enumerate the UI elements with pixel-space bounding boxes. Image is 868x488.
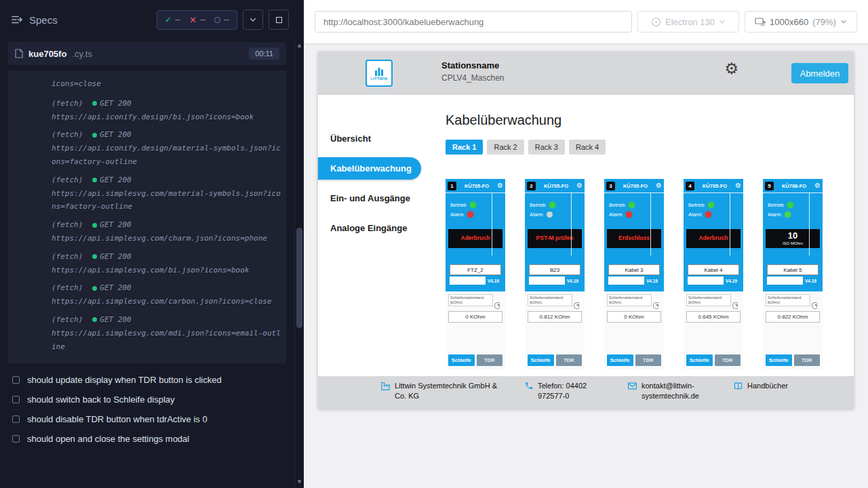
alarm-label: Alarm	[530, 211, 543, 218]
schleife-button[interactable]: Schleife	[607, 354, 633, 366]
refresh-icon[interactable]	[494, 302, 501, 309]
card-divider	[650, 193, 651, 256]
logo-building-icon	[374, 66, 384, 76]
page: Specs ✓-- ✕-- --	[0, 0, 868, 488]
cable-name-field[interactable]: Kabel 3	[608, 264, 660, 275]
tdr-button[interactable]: TDR	[794, 354, 821, 366]
rack-tab[interactable]: Rack 1	[446, 140, 483, 155]
card-number: 3	[606, 182, 615, 190]
log-url: https://api.iconify.design/bi.json?icons…	[52, 110, 281, 124]
logout-button[interactable]: Abmelden	[791, 63, 848, 83]
spec-file-row[interactable]: kue705fo.cy.ts 00:11	[8, 42, 286, 65]
factory-icon	[380, 381, 391, 391]
status-text: Aderbruch	[699, 235, 728, 242]
footer-manuals[interactable]: Handbücher	[733, 381, 788, 391]
test-item[interactable]: should open and close the settings modal	[0, 429, 294, 449]
stop-button[interactable]	[269, 9, 289, 30]
card-gear-icon[interactable]: ⚙	[814, 182, 821, 189]
sidebar-item[interactable]: Übersicht	[318, 127, 433, 150]
email-icon	[627, 381, 637, 391]
log-entry[interactable]: (fetch) GET 200 https://api.simplesvg.co…	[52, 281, 281, 308]
rack-tabs: Rack 1 Rack 2 Rack 3	[446, 140, 837, 155]
cypress-scrollbar[interactable]: ▲ ▼	[294, 39, 304, 488]
log-entry[interactable]: (fetch) GET 200 https://api.simplesvg.co…	[52, 250, 281, 277]
log-entry[interactable]: (fetch) GET 200 https://api.iconify.desi…	[52, 97, 281, 124]
scrollbar-thumb[interactable]	[296, 228, 302, 328]
rack-tab[interactable]: Rack 4	[569, 140, 606, 155]
scroll-down-icon[interactable]: ▼	[295, 477, 304, 487]
card-gear-icon[interactable]: ⚙	[656, 182, 662, 189]
log-entry[interactable]: (fetch) GET 200 https://api.simplesvg.co…	[52, 174, 281, 214]
log-status: GET 200	[100, 218, 131, 232]
littwin-logo: LITTWIN	[366, 60, 393, 87]
specs-toggle[interactable]: Specs	[11, 14, 58, 26]
refresh-icon[interactable]	[732, 302, 739, 309]
card-model: KÜ705-FO	[617, 183, 654, 189]
viewport-scale-icon	[755, 17, 766, 26]
settings-gear-icon[interactable]: ⚙	[724, 61, 738, 77]
refresh-icon[interactable]	[653, 302, 660, 309]
footer-email[interactable]: kontakt@littwin-systemtechnik.de	[627, 381, 710, 401]
rack-tab[interactable]: Rack 2	[487, 140, 524, 155]
firmware-version: V4.19	[724, 277, 739, 285]
url-input[interactable]: http://localhost:3000/kabelueberwachung	[315, 11, 632, 33]
card-gear-icon[interactable]: ⚙	[497, 182, 503, 189]
failed-icon: ✕	[189, 15, 197, 25]
viewport-selector[interactable]: 1000x660 (79%)	[745, 11, 857, 33]
scroll-up-icon[interactable]: ▲	[295, 41, 304, 50]
log-entry[interactable]: (fetch) GET 200 https://api.iconify.desi…	[52, 128, 281, 168]
app-sidebar: Übersicht Kabelüberwachung Ein- und Ausg…	[318, 95, 433, 376]
firmware-version: V4.19	[486, 277, 501, 285]
cable-name-field[interactable]: B23	[529, 264, 580, 275]
log-entry[interactable]: icons=close	[52, 77, 281, 91]
mode-buttons: Schleife TDR	[686, 354, 741, 366]
status-dot-icon	[92, 254, 97, 259]
refresh-icon[interactable]	[574, 302, 580, 309]
tdr-button[interactable]: TDR	[477, 354, 503, 366]
test-label: should switch back to Schleife display	[27, 394, 175, 405]
test-item[interactable]: should update display when TDR button is…	[0, 370, 294, 390]
tdr-button[interactable]: TDR	[556, 354, 583, 366]
rack-tab[interactable]: Rack 3	[528, 140, 565, 155]
browser-selector[interactable]: Electron 130	[637, 11, 739, 33]
device-card: 3 KÜ705-FO ⚙ Betrieb	[604, 179, 664, 369]
firmware-version: V4.19	[803, 277, 818, 285]
schleife-button[interactable]: Schleife	[686, 354, 713, 366]
alarm-led	[547, 211, 553, 218]
cable-name-field[interactable]: Kabel 4	[688, 264, 739, 275]
schleife-button[interactable]: Schleife	[528, 354, 554, 366]
betrieb-led	[708, 202, 714, 208]
sidebar-item-label: Übersicht	[330, 134, 371, 144]
sidebar-item[interactable]: Ein- und Ausgänge	[318, 187, 433, 209]
footer-phone[interactable]: Telefon: 04402 972577-0	[524, 381, 604, 401]
log-prefix: (fetch)	[52, 313, 83, 327]
station-info: Stationsname CPLV4_Maschen	[441, 60, 505, 83]
log-url: https://api.simplesvg.com/bi.json?icons=…	[52, 264, 281, 277]
test-stats: ✓-- ✕-- --	[157, 10, 237, 30]
betrieb-led	[470, 202, 476, 208]
tdr-button[interactable]: TDR	[635, 354, 662, 366]
log-entry[interactable]: (fetch) GET 200 https://api.simplesvg.co…	[52, 218, 281, 245]
schleife-button[interactable]: Schleife	[766, 354, 792, 366]
card-gear-icon[interactable]: ⚙	[735, 182, 741, 189]
collapse-button[interactable]	[243, 9, 263, 30]
sidebar-item[interactable]: Analoge Eingänge	[318, 217, 433, 239]
card-model: KÜ705-FO	[538, 183, 574, 189]
test-item[interactable]: should disable TDR button when tdrActive…	[0, 409, 294, 429]
cable-name-field[interactable]: FTZ_2	[450, 264, 501, 275]
card-model: KÜ706-FO	[776, 183, 812, 189]
spec-file-icon	[15, 49, 23, 58]
schleife-button[interactable]: Schleife	[448, 354, 475, 366]
log-entry[interactable]: (fetch) GET 200 https://api.simplesvg.co…	[52, 313, 281, 353]
tdr-button[interactable]: TDR	[715, 354, 741, 366]
card-gear-icon[interactable]: ⚙	[576, 182, 583, 189]
footer-company: Littwin Systemtechnik GmbH & Co. KG	[380, 381, 501, 401]
refresh-icon[interactable]	[812, 302, 818, 309]
rack-tab-label: Rack 1	[452, 143, 476, 151]
cable-name-field[interactable]: Kabel 5	[767, 264, 818, 275]
sidebar-item[interactable]: Kabelüberwachung	[318, 157, 421, 180]
mode-buttons: Schleife TDR	[528, 354, 582, 366]
betrieb-row: Betrieb	[450, 202, 505, 208]
browser-toolbar: http://localhost:3000/kabelueberwachung …	[304, 0, 868, 43]
test-item[interactable]: should switch back to Schleife display	[0, 390, 294, 409]
